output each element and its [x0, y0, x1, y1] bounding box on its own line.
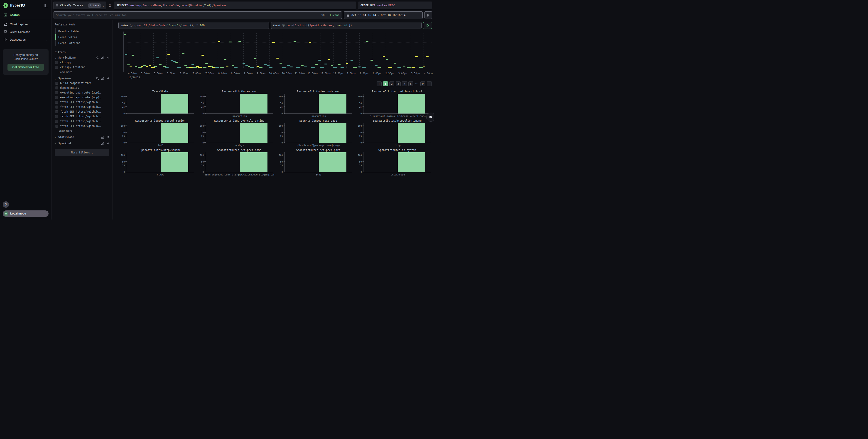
delta-mark[interactable]	[203, 67, 207, 68]
local-mode-pill[interactable]: U Local mode ›	[3, 210, 49, 217]
bar-chart-icon[interactable]	[101, 56, 104, 59]
load-more-link[interactable]: ›Load more	[55, 70, 110, 74]
sidebar-item-dashboards[interactable]: Dashboards⌄	[0, 36, 51, 43]
bar[interactable]	[319, 123, 346, 143]
bar-chart-icon[interactable]	[101, 77, 104, 80]
delta-mark[interactable]	[386, 59, 389, 60]
filter-item-label[interactable]: fetch GET https://github.…	[60, 115, 101, 118]
bar[interactable]	[319, 94, 346, 114]
show-more-link[interactable]: ›Show more	[55, 129, 110, 132]
checkbox[interactable]	[55, 82, 58, 85]
filter-group-header[interactable]: ›StatusCode	[55, 136, 110, 139]
bar[interactable]	[398, 123, 425, 143]
checkbox[interactable]	[55, 66, 58, 69]
run-query-button[interactable]	[423, 22, 432, 29]
delta-mark[interactable]	[423, 66, 425, 66]
search-run-button[interactable]	[425, 11, 432, 19]
bar[interactable]	[240, 94, 268, 114]
delta-mark[interactable]	[170, 60, 173, 61]
filter-item-label[interactable]: build component tree	[60, 82, 91, 85]
filter-item-label[interactable]: fetch GET https://github.…	[60, 100, 101, 104]
pagination-page-4[interactable]: 4	[402, 81, 407, 86]
source-selector[interactable]: ClickPy Traces Schema ⌃⌄	[54, 2, 106, 9]
orderby-input[interactable]: ORDER BY Timestamp DESC	[358, 2, 432, 9]
pin-icon[interactable]	[106, 136, 110, 139]
delta-mark[interactable]	[202, 55, 204, 56]
delta-mark[interactable]	[196, 66, 199, 67]
delta-mark[interactable]	[123, 34, 126, 35]
floating-settings-button[interactable]	[426, 113, 434, 122]
attribute-chart[interactable]: ResourceAttribu..cel.branch_host10050250…	[355, 90, 432, 118]
value-expression-input[interactable]: Value ⓘ (countIf(StatusCode='Error')/cou…	[118, 22, 269, 29]
delta-mark[interactable]	[149, 65, 151, 66]
delta-mark[interactable]	[282, 67, 286, 68]
delta-mark[interactable]	[350, 60, 353, 61]
delta-mark[interactable]	[264, 64, 267, 65]
delta-mark[interactable]	[398, 67, 401, 68]
delta-mark[interactable]	[353, 67, 356, 68]
delta-mark[interactable]	[191, 64, 194, 65]
filter-item-label[interactable]: dependencies	[60, 86, 79, 89]
delta-mark[interactable]	[125, 54, 127, 55]
delta-mark[interactable]	[419, 67, 423, 68]
attribute-chart[interactable]: ResourceAttributes.env10050250production	[197, 90, 274, 118]
filter-item-label[interactable]: fetch GET https://github.…	[60, 124, 101, 127]
delta-mark[interactable]	[218, 41, 220, 42]
help-button[interactable]: ?	[3, 201, 9, 208]
search-input[interactable]	[56, 13, 320, 17]
filter-item-label[interactable]: executing api route (app)…	[60, 91, 101, 94]
pagination-next[interactable]: ›	[427, 81, 432, 86]
bar[interactable]	[319, 152, 346, 172]
attribute-chart[interactable]: SpanAttributes.http.client.name10050250h…	[355, 119, 432, 147]
delta-mark[interactable]	[276, 58, 279, 59]
delta-mark[interactable]	[154, 66, 157, 67]
attribute-chart[interactable]: ResourceAttributes.node.env10050250produ…	[277, 90, 353, 118]
sidebar-item-client-sessions[interactable]: Client Sessions	[0, 28, 51, 36]
checkbox[interactable]	[55, 61, 58, 64]
checkbox[interactable]	[55, 96, 58, 99]
checkbox[interactable]	[55, 110, 58, 113]
pin-icon[interactable]	[106, 56, 110, 59]
filter-item-label[interactable]: clickpy	[60, 61, 71, 64]
attribute-chart[interactable]: SpanAttributes.net.peer.port100502508443	[277, 148, 353, 176]
more-filters-button[interactable]: More filters ⌄	[55, 149, 110, 156]
delta-mark[interactable]	[346, 63, 348, 64]
bar[interactable]	[161, 94, 189, 114]
delta-mark[interactable]	[309, 42, 311, 43]
delta-mark[interactable]	[311, 67, 315, 68]
filter-item-label[interactable]: clickpy-frontend	[60, 66, 85, 69]
filter-group-header[interactable]: ›SpanKind	[55, 142, 110, 145]
delta-mark[interactable]	[411, 67, 415, 68]
delta-mark[interactable]	[146, 66, 148, 67]
date-range-picker[interactable]: Oct 10 04:16:14 - Oct 10 16:16:14	[344, 11, 423, 19]
delta-mark[interactable]	[205, 63, 208, 64]
delta-mark[interactable]	[370, 60, 373, 61]
delta-mark[interactable]	[383, 56, 385, 57]
delta-mark[interactable]	[341, 67, 344, 68]
delta-mark[interactable]	[287, 65, 290, 66]
delta-mark[interactable]	[229, 41, 231, 42]
delta-mark[interactable]	[318, 60, 321, 61]
pagination-page-9[interactable]: 9	[421, 81, 425, 86]
delta-mark[interactable]	[415, 56, 418, 57]
search-icon[interactable]	[96, 77, 99, 80]
delta-mark[interactable]	[403, 66, 405, 66]
delta-mark[interactable]	[208, 66, 211, 67]
gear-icon[interactable]: ⚙	[108, 3, 112, 8]
filter-item-label[interactable]: fetch GET https://github.…	[60, 110, 101, 113]
bar-chart-icon[interactable]	[101, 136, 104, 139]
attribute-chart[interactable]: SpanAttributes.http.scheme10050250https	[118, 148, 195, 176]
filter-item-label[interactable]: executing api route (app)…	[60, 96, 101, 99]
delta-mark[interactable]	[239, 41, 241, 42]
checkbox[interactable]	[55, 86, 58, 89]
delta-mark[interactable]	[138, 67, 142, 68]
delta-mark[interactable]	[132, 55, 134, 56]
count-expression-input[interactable]: Count ⓘ countDistinct(SpanAttributes['us…	[271, 22, 422, 29]
sidebar-item-search[interactable]: Search	[0, 11, 51, 19]
checkbox[interactable]	[55, 101, 58, 104]
checkbox[interactable]	[55, 106, 58, 109]
delta-mark[interactable]	[144, 65, 146, 66]
bar[interactable]	[398, 152, 425, 172]
checkbox[interactable]	[55, 120, 58, 123]
delta-mark[interactable]	[331, 65, 333, 66]
